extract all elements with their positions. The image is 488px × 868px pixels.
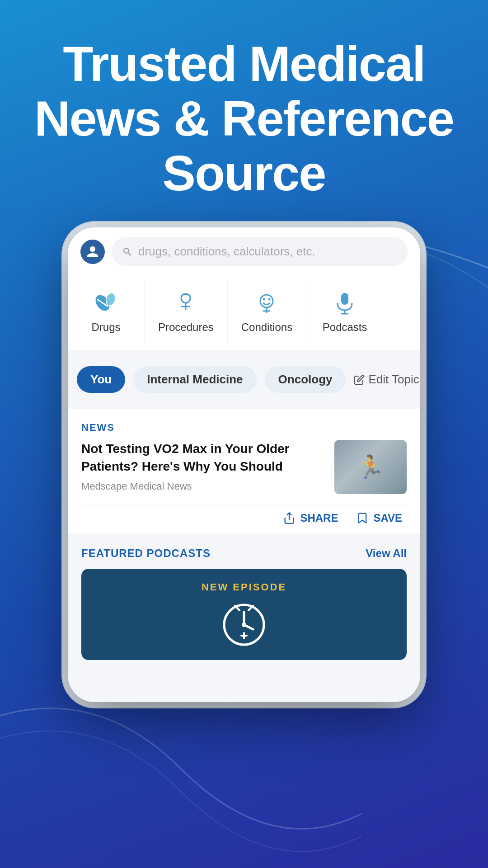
category-procedures-label: Procedures <box>158 321 214 334</box>
podcasts-icon <box>331 289 358 316</box>
conditions-icon <box>253 289 280 316</box>
topics-row: You Internal Medicine Oncology Edit Topi… <box>68 356 420 403</box>
news-text-block: Not Testing VO2 Max in Your Older Patien… <box>81 440 325 492</box>
search-icon <box>122 246 133 257</box>
topic-internal-medicine[interactable]: Internal Medicine <box>133 366 256 393</box>
search-box[interactable]: drugs, conditions, calculators, etc. <box>112 237 408 266</box>
news-thumbnail <box>334 440 407 494</box>
category-podcasts[interactable]: Podcasts <box>306 280 383 343</box>
new-episode-badge: NEW EPISODE <box>202 581 286 593</box>
news-thumbnail-image <box>334 440 407 494</box>
svg-point-9 <box>263 298 265 301</box>
procedures-icon <box>172 289 199 316</box>
search-placeholder: drugs, conditions, calculators, etc. <box>138 245 315 259</box>
avatar[interactable] <box>80 240 105 264</box>
phone-wrapper: drugs, conditions, calculators, etc. Dru… <box>0 227 488 702</box>
news-section-label: NEWS <box>81 422 407 434</box>
share-label: SHARE <box>300 512 338 524</box>
search-bar-row: drugs, conditions, calculators, etc. <box>68 227 420 276</box>
drugs-icon <box>93 289 120 316</box>
category-conditions-label: Conditions <box>241 321 292 334</box>
svg-point-10 <box>268 298 271 301</box>
category-podcasts-label: Podcasts <box>323 321 367 334</box>
save-button[interactable]: SAVE <box>356 512 402 524</box>
hero-section: Trusted Medical News & Reference Source <box>0 0 488 218</box>
svg-point-18 <box>242 623 246 627</box>
category-drugs[interactable]: Drugs <box>68 280 145 343</box>
topic-oncology[interactable]: Oncology <box>265 366 346 393</box>
share-button[interactable]: SHARE <box>283 512 338 524</box>
news-content-row[interactable]: Not Testing VO2 Max in Your Older Patien… <box>81 440 407 503</box>
edit-icon <box>354 374 365 385</box>
svg-rect-11 <box>341 293 348 305</box>
podcast-clock-icon <box>221 602 267 647</box>
phone-inner: drugs, conditions, calculators, etc. Dru… <box>68 227 420 702</box>
podcasts-section-label: FEATURED PODCASTS <box>81 547 211 560</box>
news-source: Medscape Medical News <box>81 481 325 492</box>
view-all-button[interactable]: View All <box>366 547 407 560</box>
category-procedures[interactable]: Procedures <box>145 280 228 343</box>
share-icon <box>283 512 296 524</box>
categories-row: Drugs Procedures <box>68 276 420 350</box>
hero-title: Trusted Medical News & Reference Source <box>27 36 461 200</box>
phone-frame: drugs, conditions, calculators, etc. Dru… <box>68 227 420 702</box>
news-card: NEWS Not Testing VO2 Max in Your Older P… <box>68 409 420 533</box>
svg-point-6 <box>260 295 273 307</box>
edit-topics-label: Edit Topics <box>368 373 420 387</box>
podcasts-header: FEATURED PODCASTS View All <box>81 547 407 560</box>
bookmark-icon <box>356 512 369 524</box>
news-actions: SHARE SAVE <box>81 505 407 533</box>
edit-topics-button[interactable]: Edit Topics <box>354 373 420 387</box>
category-drugs-label: Drugs <box>91 321 120 334</box>
podcast-card[interactable]: NEW EPISODE <box>81 569 407 660</box>
category-conditions[interactable]: Conditions <box>228 280 306 343</box>
news-headline: Not Testing VO2 Max in Your Older Patien… <box>81 440 325 475</box>
save-label: SAVE <box>373 512 402 524</box>
topic-you[interactable]: You <box>77 366 125 393</box>
podcasts-section: FEATURED PODCASTS View All NEW EPISODE <box>68 535 420 669</box>
